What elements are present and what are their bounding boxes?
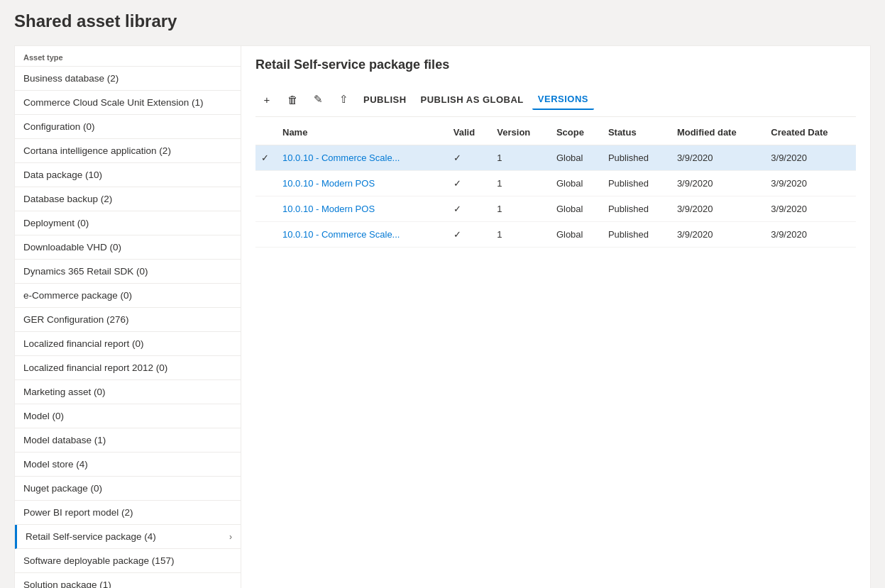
add-icon: + bbox=[264, 94, 270, 106]
sidebar: Asset type Business database (2)Commerce… bbox=[14, 45, 241, 588]
row-check-1 bbox=[255, 171, 277, 196]
cell-valid-2: ✓ bbox=[448, 196, 492, 222]
checkmark-icon: ✓ bbox=[261, 152, 269, 163]
cell-modified-2: 3/9/2020 bbox=[671, 196, 765, 222]
page-title: Shared asset library bbox=[14, 11, 871, 31]
table-row[interactable]: 10.0.10 - Modern POS✓1GlobalPublished3/9… bbox=[255, 196, 856, 222]
cell-name-1: 10.0.10 - Modern POS bbox=[277, 171, 448, 196]
col-scope: Scope bbox=[551, 120, 603, 145]
col-status: Status bbox=[603, 120, 671, 145]
table-row[interactable]: ✓10.0.10 - Commerce Scale...✓1GlobalPubl… bbox=[255, 145, 856, 171]
row-check-0: ✓ bbox=[255, 145, 277, 171]
sidebar-item-label-12: Localized financial report 2012 (0) bbox=[23, 362, 167, 373]
sidebar-item-3[interactable]: Cortana intelligence application (2) bbox=[15, 139, 241, 163]
sidebar-header: Asset type bbox=[15, 46, 241, 67]
main-panel: Retail Self-service package files + 🗑 ✎ … bbox=[241, 45, 871, 588]
toolbar: + 🗑 ✎ ⇧ PUBLISH PUBLISH AS GLOBAL VERSIO… bbox=[255, 82, 856, 117]
delete-button[interactable]: 🗑 bbox=[281, 88, 304, 111]
sidebar-item-label-9: e-Commerce package (0) bbox=[23, 290, 132, 301]
sidebar-item-5[interactable]: Database backup (2) bbox=[15, 187, 241, 211]
sidebar-item-1[interactable]: Commerce Cloud Scale Unit Extension (1) bbox=[15, 91, 241, 115]
sidebar-item-19[interactable]: Retail Self-service package (4)› bbox=[15, 525, 241, 549]
cell-scope-0: Global bbox=[551, 145, 603, 171]
cell-version-2: 1 bbox=[491, 196, 551, 222]
cell-scope-2: Global bbox=[551, 196, 603, 222]
sidebar-item-label-16: Model store (4) bbox=[23, 459, 88, 470]
chevron-right-icon: › bbox=[229, 532, 232, 542]
sidebar-item-13[interactable]: Marketing asset (0) bbox=[15, 380, 241, 404]
col-modified: Modified date bbox=[671, 120, 765, 145]
sidebar-item-14[interactable]: Model (0) bbox=[15, 404, 241, 428]
sidebar-item-21[interactable]: Solution package (1) bbox=[15, 573, 241, 588]
sidebar-item-label-15: Model database (1) bbox=[23, 435, 106, 445]
sidebar-item-11[interactable]: Localized financial report (0) bbox=[15, 332, 241, 356]
sidebar-item-15[interactable]: Model database (1) bbox=[15, 428, 241, 453]
sidebar-item-9[interactable]: e-Commerce package (0) bbox=[15, 284, 241, 308]
table-row[interactable]: 10.0.10 - Commerce Scale...✓1GlobalPubli… bbox=[255, 222, 856, 248]
sidebar-item-label-8: Dynamics 365 Retail SDK (0) bbox=[23, 266, 148, 277]
upload-icon: ⇧ bbox=[339, 93, 348, 106]
cell-version-3: 1 bbox=[491, 222, 551, 248]
sidebar-item-7[interactable]: Downloadable VHD (0) bbox=[15, 235, 241, 260]
cell-status-3: Published bbox=[603, 222, 671, 248]
cell-name-3: 10.0.10 - Commerce Scale... bbox=[277, 222, 448, 248]
edit-button[interactable]: ✎ bbox=[307, 88, 329, 111]
cell-name-0: 10.0.10 - Commerce Scale... bbox=[277, 145, 448, 171]
file-link-1[interactable]: 10.0.10 - Modern POS bbox=[282, 178, 375, 189]
cell-valid-3: ✓ bbox=[448, 222, 492, 248]
cell-status-1: Published bbox=[603, 171, 671, 196]
cell-version-0: 1 bbox=[491, 145, 551, 171]
cell-scope-3: Global bbox=[551, 222, 603, 248]
sidebar-item-16[interactable]: Model store (4) bbox=[15, 453, 241, 477]
cell-modified-1: 3/9/2020 bbox=[671, 171, 765, 196]
sidebar-item-10[interactable]: GER Configuration (276) bbox=[15, 308, 241, 332]
sidebar-item-label-21: Solution package (1) bbox=[23, 579, 111, 588]
add-button[interactable]: + bbox=[255, 88, 278, 111]
sidebar-item-label-17: Nuget package (0) bbox=[23, 483, 102, 494]
sidebar-item-label-10: GER Configuration (276) bbox=[23, 314, 129, 325]
sidebar-item-label-18: Power BI report model (2) bbox=[23, 507, 133, 518]
cell-modified-0: 3/9/2020 bbox=[671, 145, 765, 171]
col-created: Created Date bbox=[765, 120, 856, 145]
cell-valid-0: ✓ bbox=[448, 145, 492, 171]
sidebar-item-label-2: Configuration (0) bbox=[23, 121, 95, 132]
sidebar-item-4[interactable]: Data package (10) bbox=[15, 163, 241, 187]
versions-button[interactable]: VERSIONS bbox=[532, 89, 594, 110]
publish-global-button[interactable]: PUBLISH AS GLOBAL bbox=[415, 90, 529, 109]
upload-button[interactable]: ⇧ bbox=[332, 88, 355, 111]
sidebar-item-label-13: Marketing asset (0) bbox=[23, 387, 106, 397]
sidebar-item-2[interactable]: Configuration (0) bbox=[15, 115, 241, 139]
edit-icon: ✎ bbox=[314, 93, 323, 106]
sidebar-item-label-0: Business database (2) bbox=[23, 73, 119, 84]
sidebar-item-20[interactable]: Software deployable package (157) bbox=[15, 549, 241, 573]
cell-scope-1: Global bbox=[551, 171, 603, 196]
main-content: Asset type Business database (2)Commerce… bbox=[14, 45, 871, 588]
cell-version-1: 1 bbox=[491, 171, 551, 196]
file-link-2[interactable]: 10.0.10 - Modern POS bbox=[282, 204, 375, 214]
publish-button[interactable]: PUBLISH bbox=[358, 90, 412, 109]
col-valid: Valid bbox=[448, 120, 492, 145]
col-name: Name bbox=[277, 120, 448, 145]
file-link-0[interactable]: 10.0.10 - Commerce Scale... bbox=[282, 152, 400, 163]
sidebar-item-18[interactable]: Power BI report model (2) bbox=[15, 501, 241, 525]
row-check-2 bbox=[255, 196, 277, 222]
sidebar-item-label-1: Commerce Cloud Scale Unit Extension (1) bbox=[23, 97, 204, 108]
cell-created-1: 3/9/2020 bbox=[765, 171, 856, 196]
sidebar-item-8[interactable]: Dynamics 365 Retail SDK (0) bbox=[15, 260, 241, 284]
cell-status-0: Published bbox=[603, 145, 671, 171]
table-container: Name Valid Version Scope Status Modified… bbox=[241, 117, 870, 588]
sidebar-item-0[interactable]: Business database (2) bbox=[15, 67, 241, 91]
valid-check-icon: ✓ bbox=[454, 204, 461, 214]
sidebar-item-label-19: Retail Self-service package (4) bbox=[26, 531, 156, 542]
panel-title: Retail Self-service package files bbox=[255, 57, 856, 72]
file-link-3[interactable]: 10.0.10 - Commerce Scale... bbox=[282, 229, 400, 240]
table-row[interactable]: 10.0.10 - Modern POS✓1GlobalPublished3/9… bbox=[255, 171, 856, 196]
table-header-row: Name Valid Version Scope Status Modified… bbox=[255, 120, 856, 145]
sidebar-item-12[interactable]: Localized financial report 2012 (0) bbox=[15, 356, 241, 380]
valid-check-icon: ✓ bbox=[454, 229, 461, 240]
valid-check-icon: ✓ bbox=[454, 178, 461, 189]
sidebar-item-17[interactable]: Nuget package (0) bbox=[15, 477, 241, 501]
sidebar-item-label-4: Data package (10) bbox=[23, 170, 102, 180]
sidebar-item-label-11: Localized financial report (0) bbox=[23, 338, 144, 349]
sidebar-item-6[interactable]: Deployment (0) bbox=[15, 211, 241, 235]
